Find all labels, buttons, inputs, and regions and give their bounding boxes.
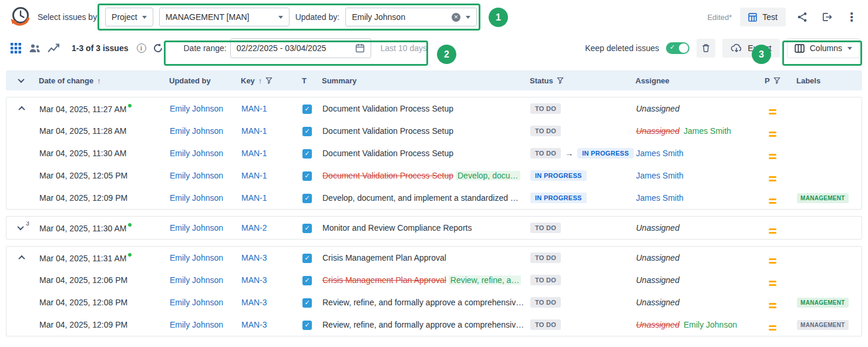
date-of-change: Mar 04, 2025, 11:30 AM bbox=[39, 149, 126, 158]
assignee-unassigned: Unassigned bbox=[636, 223, 679, 233]
status-cell: TO DO bbox=[528, 275, 634, 285]
date-range-input[interactable]: 02/22/2025 - 03/04/2025 bbox=[230, 38, 371, 58]
issue-key-link[interactable]: MAN-1 bbox=[241, 193, 267, 203]
updated-by-link[interactable]: Emily Johnson bbox=[170, 320, 223, 329]
info-icon[interactable]: i bbox=[137, 43, 146, 53]
new-change-dot bbox=[128, 253, 132, 257]
expander-cell bbox=[6, 251, 37, 264]
issue-key-link[interactable]: MAN-1 bbox=[241, 171, 267, 180]
priority-bar bbox=[769, 284, 776, 286]
filter-type-select[interactable]: Project bbox=[105, 8, 153, 26]
chart-view-button[interactable] bbox=[46, 41, 61, 56]
table-row: Mar 04, 2025, 11:30 AMEmily JohnsonMAN-1… bbox=[6, 142, 862, 164]
summary-new-value: Develop, docu… bbox=[456, 171, 520, 180]
people-view-button[interactable] bbox=[27, 41, 42, 56]
date-of-change: Mar 04, 2025, 12:09 PM bbox=[39, 320, 127, 329]
type-cell: ✓ bbox=[300, 148, 320, 159]
task-type-icon: ✓ bbox=[302, 171, 312, 181]
status-chip: TO DO bbox=[530, 148, 561, 159]
assignee-cell: James Smith bbox=[634, 193, 763, 203]
summary-text: Document Validation Process Setup bbox=[322, 149, 453, 158]
issue-key-link[interactable]: MAN-3 bbox=[241, 275, 267, 285]
col-type[interactable]: T bbox=[300, 76, 319, 85]
type-cell: ✓ bbox=[300, 126, 320, 136]
delete-button[interactable] bbox=[697, 39, 715, 58]
clear-icon[interactable]: ✕ bbox=[452, 13, 460, 22]
more-menu-button[interactable]: ⋮ bbox=[843, 9, 860, 25]
priority-cell bbox=[763, 275, 795, 286]
priority-bar bbox=[769, 132, 776, 133]
row-expander[interactable] bbox=[15, 251, 28, 264]
assignee-cell: UnassignedJames Smith bbox=[634, 126, 763, 136]
issue-key-link[interactable]: MAN-1 bbox=[241, 149, 267, 158]
labels-cell: MANAGEMENT bbox=[795, 320, 862, 330]
updated-by-link[interactable]: Emily Johnson bbox=[170, 223, 223, 233]
issue-key-link[interactable]: MAN-1 bbox=[241, 104, 267, 113]
updated-by-cell: Emily Johnson bbox=[167, 223, 239, 233]
status-chip: TO DO bbox=[530, 297, 561, 308]
chart-icon bbox=[48, 43, 59, 53]
filter-icon[interactable] bbox=[557, 77, 564, 84]
export-window-button[interactable] bbox=[819, 9, 835, 25]
updated-by-link[interactable]: Emily Johnson bbox=[170, 298, 223, 307]
issue-key-link[interactable]: MAN-1 bbox=[241, 126, 267, 136]
toolbar-right-actions: Keep deleted issues ✓ Export bbox=[585, 38, 860, 58]
updated-by-link[interactable]: Emily Johnson bbox=[170, 253, 223, 262]
status-chip: IN PROGRESS bbox=[530, 193, 587, 203]
status-chip: TO DO bbox=[530, 223, 561, 233]
updated-by-link[interactable]: Emily Johnson bbox=[170, 275, 223, 285]
updated-by-link[interactable]: Emily Johnson bbox=[170, 126, 223, 136]
issues-count: 1-3 of 3 issues bbox=[72, 43, 129, 53]
expand-all-header[interactable] bbox=[6, 78, 36, 83]
filter-icon[interactable] bbox=[265, 77, 272, 84]
issue-key-link[interactable]: MAN-3 bbox=[241, 253, 267, 262]
toggle-knob bbox=[679, 43, 688, 53]
row-expander[interactable] bbox=[14, 221, 27, 234]
status-cell: TO DO→IN PROGRESS bbox=[528, 148, 634, 159]
status-chip: TO DO bbox=[530, 126, 561, 136]
updated-by-link[interactable]: Emily Johnson bbox=[170, 193, 223, 203]
col-priority[interactable]: P bbox=[762, 76, 794, 85]
keep-deleted-toggle[interactable]: ✓ bbox=[666, 42, 689, 54]
issue-key-link[interactable]: MAN-3 bbox=[241, 298, 267, 307]
group-count-badge: 3 bbox=[26, 221, 29, 227]
issue-key-link[interactable]: MAN-3 bbox=[241, 320, 267, 329]
type-cell: ✓ bbox=[300, 103, 320, 114]
project-select[interactable]: MANAGEMENT [MAN] bbox=[159, 8, 290, 26]
assignee-link[interactable]: James Smith bbox=[636, 171, 684, 180]
export-button[interactable]: Export bbox=[722, 39, 779, 58]
assignee-link[interactable]: James Smith bbox=[636, 149, 684, 158]
col-summary[interactable]: Summary bbox=[319, 76, 527, 85]
col-assignee[interactable]: Assignee bbox=[633, 76, 762, 85]
updated-by-link[interactable]: Emily Johnson bbox=[170, 149, 223, 158]
refresh-button[interactable] bbox=[150, 40, 166, 56]
updated-by-select[interactable]: Emily Johnson ✕ bbox=[345, 8, 477, 26]
issue-key-link[interactable]: MAN-2 bbox=[241, 223, 267, 233]
priority-cell bbox=[763, 103, 795, 114]
test-view-button[interactable]: Test bbox=[740, 8, 786, 26]
share-button[interactable] bbox=[794, 9, 810, 25]
label-chip: MANAGEMENT bbox=[797, 320, 849, 330]
summary-cell: Document Validation Process Setup Develo… bbox=[320, 171, 528, 180]
status-chip: TO DO bbox=[530, 319, 561, 330]
col-updated-by[interactable]: Updated by bbox=[167, 76, 238, 85]
col-labels[interactable]: Labels bbox=[794, 76, 862, 85]
keep-deleted-label: Keep deleted issues bbox=[585, 43, 659, 53]
select-issues-by-label: Select issues by: bbox=[38, 12, 99, 22]
col-date-of-change[interactable]: Date of change ↑ bbox=[36, 76, 167, 85]
col-key[interactable]: Key ↑ bbox=[238, 76, 300, 85]
assignee-link[interactable]: James Smith bbox=[636, 193, 684, 203]
assignee-unassigned: Unassigned bbox=[636, 104, 679, 113]
columns-button[interactable]: Columns bbox=[787, 38, 860, 58]
col-status[interactable]: Status bbox=[527, 76, 633, 85]
priority-cell bbox=[763, 170, 795, 181]
cloud-download-icon bbox=[731, 43, 742, 53]
updated-by-link[interactable]: Emily Johnson bbox=[170, 171, 223, 180]
filter-icon[interactable] bbox=[773, 77, 780, 84]
task-type-icon: ✓ bbox=[302, 254, 312, 263]
grid-view-button[interactable] bbox=[8, 41, 23, 56]
updated-by-link[interactable]: Emily Johnson bbox=[170, 104, 223, 113]
summary-cell: Crisis Management Plan Approval Review, … bbox=[320, 275, 528, 285]
row-expander[interactable] bbox=[15, 102, 28, 115]
col-label: T bbox=[302, 76, 307, 85]
